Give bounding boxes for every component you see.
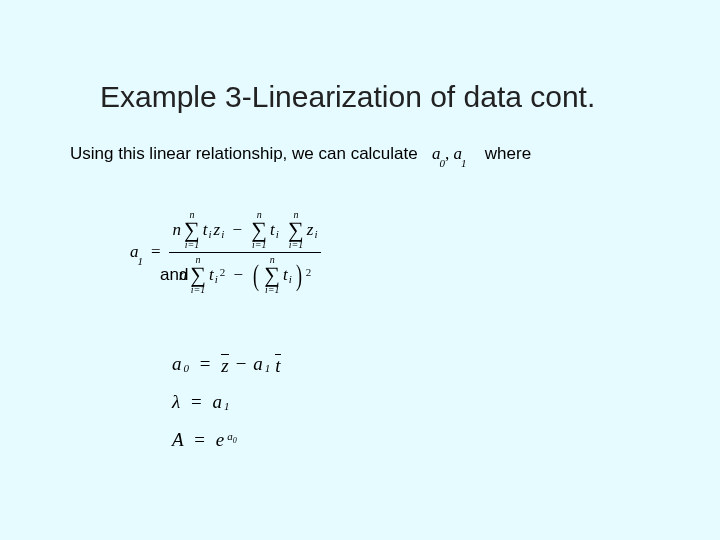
ti: t (203, 220, 208, 240)
zi2: z (307, 220, 314, 240)
a0-a: a (172, 345, 182, 383)
comma: , (445, 144, 449, 163)
sub-0: 0 (439, 157, 445, 169)
paren-sup2: 2 (306, 266, 312, 278)
slide-title: Example 3-Linearization of data cont. (100, 80, 660, 114)
ti2: t (270, 220, 275, 240)
a1-denominator: n n ∑ i=1 ti2 − ( n ∑ i=1 ti )2 (175, 253, 316, 297)
lambda-a1: a (212, 383, 222, 421)
ti2-sub: i (276, 228, 279, 240)
slide: Example 3-Linearization of data cont. Us… (0, 0, 720, 540)
zi-sub: i (221, 228, 224, 240)
t-bar: t (275, 354, 280, 375)
sum5-bot: i=1 (265, 285, 280, 295)
sum1: n ∑ i=1 (184, 210, 200, 250)
a1-rhs: a (253, 345, 263, 383)
a0-a1-inline: a0, a1 (432, 144, 471, 163)
sum1-bot: i=1 (185, 240, 200, 250)
A-formula: A = ea0 (172, 421, 281, 459)
ti-sub: i (209, 228, 212, 240)
A-letter: A (172, 421, 184, 459)
a0-sub: 0 (184, 357, 190, 379)
sub-1: 1 (461, 157, 467, 169)
eq-4: = (194, 421, 205, 459)
sum5: n ∑ i=1 (264, 255, 280, 295)
lambda-formula: λ = a1 (172, 383, 281, 421)
a1-fraction: n n ∑ i=1 ti zi − n ∑ i=1 ti n (169, 208, 322, 297)
sum3-bot: i=1 (289, 240, 304, 250)
intro-pre: Using this linear relationship, we can c… (70, 144, 418, 163)
n-den: n (179, 265, 188, 285)
a1-rhs-sub: 1 (265, 357, 271, 379)
zi2-sub: i (314, 228, 317, 240)
tbar-letter: t (275, 355, 280, 376)
ti3: t (209, 265, 214, 285)
sum2: n ∑ i=1 (251, 210, 267, 250)
minus3: − (236, 345, 247, 383)
z-bar: z (221, 354, 228, 375)
sigma5: ∑ (264, 265, 280, 285)
eq-2: = (200, 345, 211, 383)
intro-post: where (485, 144, 531, 163)
sum4: n ∑ i=1 (190, 255, 206, 295)
sigma3: ∑ (288, 220, 304, 240)
bottom-formulas: a0 = z − a1 t λ = a1 A = ea0 (172, 345, 281, 459)
sub-1-lhs: 1 (138, 255, 144, 267)
sigma2: ∑ (251, 220, 267, 240)
sigma1: ∑ (184, 220, 200, 240)
e-exp: a0 (227, 425, 237, 449)
a1-lhs: a1 (130, 242, 143, 263)
lambda: λ (172, 383, 180, 421)
ti3-sup: 2 (220, 266, 226, 278)
ti3-sub: i (215, 273, 218, 285)
intro-line: Using this linear relationship, we can c… (70, 144, 660, 165)
body-text: Using this linear relationship, we can c… (70, 144, 660, 165)
sum2-bot: i=1 (252, 240, 267, 250)
a1-numerator: n n ∑ i=1 ti zi − n ∑ i=1 ti n (169, 208, 322, 252)
eq-1: = (151, 242, 161, 262)
sum3: n ∑ i=1 (288, 210, 304, 250)
eq-3: = (191, 383, 202, 421)
zi: z (214, 220, 221, 240)
n-num: n (173, 220, 182, 240)
sum4-bot: i=1 (191, 285, 206, 295)
lambda-a1-sub: 1 (224, 395, 230, 417)
ti4-sub: i (289, 273, 292, 285)
ti4: t (283, 265, 288, 285)
sigma4: ∑ (190, 265, 206, 285)
minus2: − (233, 265, 243, 285)
a1-formula: a1 = n n ∑ i=1 ti zi − n ∑ i=1 ti (130, 208, 321, 297)
zbar-letter: z (221, 355, 228, 376)
e-letter: e (216, 421, 224, 459)
e-exp-a-sub: 0 (233, 436, 237, 445)
lparen: ( (253, 264, 259, 285)
rparen: ) (296, 264, 302, 285)
a0-formula: a0 = z − a1 t (172, 345, 281, 383)
minus1: − (233, 220, 243, 240)
